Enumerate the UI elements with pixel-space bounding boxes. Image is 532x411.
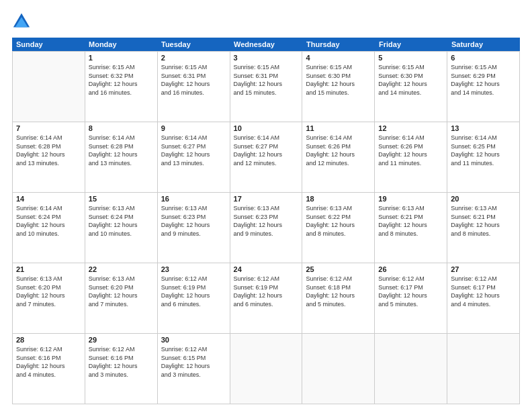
day-number: 27	[451, 265, 516, 273]
day-info: Sunrise: 6:14 AM Sunset: 6:27 PM Dayligh…	[234, 134, 299, 167]
calendar-row-1: 1Sunrise: 6:15 AM Sunset: 6:32 PM Daylig…	[13, 52, 520, 122]
logo	[12, 12, 34, 31]
day-number: 25	[306, 265, 371, 273]
day-info: Sunrise: 6:13 AM Sunset: 6:21 PM Dayligh…	[451, 204, 516, 238]
day-number: 19	[378, 195, 443, 203]
weekday-header-saturday: Saturday	[447, 38, 520, 51]
day-info: Sunrise: 6:13 AM Sunset: 6:23 PM Dayligh…	[234, 204, 299, 238]
weekday-header-thursday: Thursday	[302, 38, 375, 51]
calendar-body: 1Sunrise: 6:15 AM Sunset: 6:32 PM Daylig…	[12, 51, 520, 404]
cal-cell-29: 29Sunrise: 6:12 AM Sunset: 6:16 PM Dayli…	[85, 334, 158, 404]
day-number: 9	[161, 124, 226, 132]
weekday-header-sunday: Sunday	[12, 38, 85, 51]
day-info: Sunrise: 6:13 AM Sunset: 6:20 PM Dayligh…	[16, 275, 81, 308]
day-number: 16	[161, 195, 226, 203]
day-number: 1	[89, 54, 154, 62]
day-info: Sunrise: 6:13 AM Sunset: 6:24 PM Dayligh…	[89, 204, 154, 238]
calendar-row-5: 28Sunrise: 6:12 AM Sunset: 6:16 PM Dayli…	[13, 334, 520, 404]
day-number: 26	[378, 265, 443, 273]
cal-cell-3: 3Sunrise: 6:15 AM Sunset: 6:31 PM Daylig…	[230, 52, 303, 122]
cal-cell-18: 18Sunrise: 6:13 AM Sunset: 6:22 PM Dayli…	[302, 193, 375, 263]
cal-cell-10: 10Sunrise: 6:14 AM Sunset: 6:27 PM Dayli…	[230, 122, 303, 192]
day-number: 15	[89, 195, 154, 203]
day-info: Sunrise: 6:12 AM Sunset: 6:16 PM Dayligh…	[16, 345, 81, 379]
cal-cell-19: 19Sunrise: 6:13 AM Sunset: 6:21 PM Dayli…	[375, 193, 447, 263]
cal-cell-26: 26Sunrise: 6:12 AM Sunset: 6:17 PM Dayli…	[375, 263, 447, 333]
calendar-row-3: 14Sunrise: 6:14 AM Sunset: 6:24 PM Dayli…	[13, 193, 520, 263]
day-info: Sunrise: 6:14 AM Sunset: 6:25 PM Dayligh…	[451, 134, 516, 167]
calendar-header: SundayMondayTuesdayWednesdayThursdayFrid…	[12, 38, 520, 51]
cal-cell-empty-0-0	[13, 52, 85, 122]
day-info: Sunrise: 6:14 AM Sunset: 6:26 PM Dayligh…	[378, 134, 443, 167]
day-number: 28	[16, 336, 81, 344]
calendar: SundayMondayTuesdayWednesdayThursdayFrid…	[12, 38, 520, 404]
day-info: Sunrise: 6:12 AM Sunset: 6:19 PM Dayligh…	[234, 275, 299, 308]
weekday-header-monday: Monday	[85, 38, 157, 51]
cal-cell-empty-4-3	[230, 334, 303, 404]
day-number: 4	[306, 54, 371, 62]
day-number: 13	[451, 124, 516, 132]
cal-cell-13: 13Sunrise: 6:14 AM Sunset: 6:25 PM Dayli…	[447, 122, 520, 192]
cal-cell-28: 28Sunrise: 6:12 AM Sunset: 6:16 PM Dayli…	[13, 334, 85, 404]
cal-cell-23: 23Sunrise: 6:12 AM Sunset: 6:19 PM Dayli…	[158, 263, 230, 333]
calendar-row-4: 21Sunrise: 6:13 AM Sunset: 6:20 PM Dayli…	[13, 263, 520, 334]
day-info: Sunrise: 6:14 AM Sunset: 6:24 PM Dayligh…	[16, 204, 81, 238]
day-info: Sunrise: 6:12 AM Sunset: 6:16 PM Dayligh…	[89, 345, 154, 379]
day-number: 20	[451, 195, 516, 203]
cal-cell-6: 6Sunrise: 6:15 AM Sunset: 6:29 PM Daylig…	[447, 52, 520, 122]
logo-icon	[12, 12, 31, 31]
day-number: 29	[89, 336, 154, 344]
day-number: 2	[161, 54, 226, 62]
cal-cell-14: 14Sunrise: 6:14 AM Sunset: 6:24 PM Dayli…	[13, 193, 85, 263]
day-info: Sunrise: 6:12 AM Sunset: 6:15 PM Dayligh…	[161, 345, 226, 379]
day-number: 24	[234, 265, 299, 273]
day-number: 10	[234, 124, 299, 132]
day-info: Sunrise: 6:13 AM Sunset: 6:20 PM Dayligh…	[89, 275, 154, 308]
cal-cell-empty-4-6	[447, 334, 520, 404]
day-number: 12	[378, 124, 443, 132]
day-number: 8	[89, 124, 154, 132]
calendar-row-2: 7Sunrise: 6:14 AM Sunset: 6:28 PM Daylig…	[13, 122, 520, 193]
day-info: Sunrise: 6:15 AM Sunset: 6:30 PM Dayligh…	[306, 63, 371, 97]
day-info: Sunrise: 6:15 AM Sunset: 6:29 PM Dayligh…	[451, 63, 516, 97]
day-number: 11	[306, 124, 371, 132]
day-number: 5	[378, 54, 443, 62]
cal-cell-16: 16Sunrise: 6:13 AM Sunset: 6:23 PM Dayli…	[158, 193, 230, 263]
day-number: 14	[16, 195, 81, 203]
cal-cell-empty-4-5	[375, 334, 447, 404]
cal-cell-8: 8Sunrise: 6:14 AM Sunset: 6:28 PM Daylig…	[85, 122, 158, 192]
day-info: Sunrise: 6:12 AM Sunset: 6:17 PM Dayligh…	[378, 275, 443, 308]
cal-cell-1: 1Sunrise: 6:15 AM Sunset: 6:32 PM Daylig…	[85, 52, 158, 122]
cal-cell-15: 15Sunrise: 6:13 AM Sunset: 6:24 PM Dayli…	[85, 193, 158, 263]
header	[12, 12, 520, 31]
cal-cell-22: 22Sunrise: 6:13 AM Sunset: 6:20 PM Dayli…	[85, 263, 158, 333]
day-info: Sunrise: 6:12 AM Sunset: 6:17 PM Dayligh…	[451, 275, 516, 308]
day-number: 6	[451, 54, 516, 62]
cal-cell-12: 12Sunrise: 6:14 AM Sunset: 6:26 PM Dayli…	[375, 122, 447, 192]
day-number: 30	[161, 336, 226, 344]
cal-cell-empty-4-4	[302, 334, 375, 404]
cal-cell-24: 24Sunrise: 6:12 AM Sunset: 6:19 PM Dayli…	[230, 263, 303, 333]
day-number: 18	[306, 195, 371, 203]
day-number: 23	[161, 265, 226, 273]
cal-cell-21: 21Sunrise: 6:13 AM Sunset: 6:20 PM Dayli…	[13, 263, 85, 333]
day-info: Sunrise: 6:14 AM Sunset: 6:28 PM Dayligh…	[16, 134, 81, 167]
day-number: 3	[234, 54, 299, 62]
day-info: Sunrise: 6:15 AM Sunset: 6:31 PM Dayligh…	[161, 63, 226, 97]
day-number: 22	[89, 265, 154, 273]
cal-cell-2: 2Sunrise: 6:15 AM Sunset: 6:31 PM Daylig…	[158, 52, 230, 122]
cal-cell-4: 4Sunrise: 6:15 AM Sunset: 6:30 PM Daylig…	[302, 52, 375, 122]
day-info: Sunrise: 6:15 AM Sunset: 6:32 PM Dayligh…	[89, 63, 154, 97]
weekday-header-wednesday: Wednesday	[230, 38, 302, 51]
day-number: 7	[16, 124, 81, 132]
day-info: Sunrise: 6:14 AM Sunset: 6:26 PM Dayligh…	[306, 134, 371, 167]
day-number: 17	[234, 195, 299, 203]
cal-cell-5: 5Sunrise: 6:15 AM Sunset: 6:30 PM Daylig…	[375, 52, 447, 122]
day-info: Sunrise: 6:12 AM Sunset: 6:18 PM Dayligh…	[306, 275, 371, 308]
day-info: Sunrise: 6:13 AM Sunset: 6:22 PM Dayligh…	[306, 204, 371, 238]
day-info: Sunrise: 6:13 AM Sunset: 6:23 PM Dayligh…	[161, 204, 226, 238]
cal-cell-7: 7Sunrise: 6:14 AM Sunset: 6:28 PM Daylig…	[13, 122, 85, 192]
cal-cell-17: 17Sunrise: 6:13 AM Sunset: 6:23 PM Dayli…	[230, 193, 303, 263]
day-info: Sunrise: 6:15 AM Sunset: 6:31 PM Dayligh…	[234, 63, 299, 97]
day-info: Sunrise: 6:14 AM Sunset: 6:27 PM Dayligh…	[161, 134, 226, 167]
